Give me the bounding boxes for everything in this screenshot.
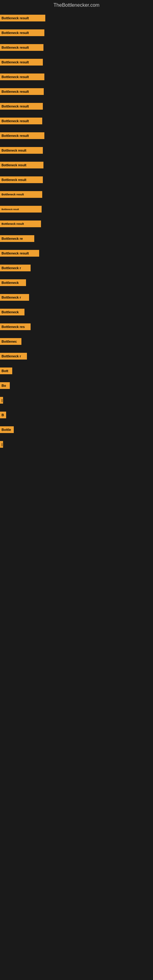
bottleneck-bar[interactable]: Bottleneck result — [0, 44, 43, 51]
bottleneck-bar[interactable]: Bottle — [0, 426, 14, 433]
bar-row: Bottleneck result — [0, 28, 153, 37]
bottleneck-bar[interactable]: | — [0, 441, 3, 448]
site-title: TheBottlenecker.com — [0, 0, 153, 10]
bottleneck-bar[interactable]: Bottleneck re — [0, 235, 34, 242]
bottleneck-bar[interactable]: Bottleneck r — [0, 265, 30, 271]
bar-row: Bottleneck re — [0, 234, 153, 243]
bars-container: Bottleneck resultBottleneck resultBottle… — [0, 10, 153, 458]
bar-row: Bottleneck result — [0, 249, 153, 258]
bottleneck-bar[interactable]: Bottleneck result — [0, 221, 41, 227]
bar-row: Bottleneck result — [0, 116, 153, 126]
bottleneck-bar[interactable]: Bottleneck r — [0, 294, 29, 301]
bar-row: Bottleneck result — [0, 87, 153, 96]
bottleneck-bar[interactable]: Bottlenec — [0, 338, 21, 345]
bar-row: Bottleneck result — [0, 219, 153, 229]
bar-row: Bottleneck — [0, 278, 153, 287]
bar-row: Bottleneck result — [0, 190, 153, 199]
bottleneck-bar[interactable]: Bottleneck result — [0, 118, 42, 124]
bottleneck-bar[interactable]: Bottleneck result — [0, 250, 39, 257]
bottleneck-bar[interactable]: Bottleneck result — [0, 103, 43, 110]
bar-row: Bottleneck result — [0, 72, 153, 81]
bottleneck-bar[interactable]: Bottleneck result — [0, 191, 42, 198]
bar-row: Bottleneck result — [0, 205, 153, 214]
bar-row: Bottleneck result — [0, 161, 153, 170]
bottleneck-bar[interactable]: Bottleneck result — [0, 59, 43, 65]
bar-row: Bottleneck res — [0, 322, 153, 331]
bar-row: Bottleneck result — [0, 146, 153, 155]
bottleneck-bar[interactable]: Bottleneck result — [0, 206, 41, 213]
bottleneck-bar[interactable]: Bottleneck — [0, 309, 24, 315]
bottleneck-bar[interactable]: | — [0, 397, 3, 404]
bar-row: Bottlenec — [0, 337, 153, 346]
bar-row: Bottleneck — [0, 307, 153, 317]
bar-row: B — [0, 410, 153, 420]
bar-row: Bottleneck r — [0, 263, 153, 272]
bottleneck-bar[interactable]: Bottleneck result — [0, 132, 45, 139]
bottleneck-bar[interactable]: Bottleneck result — [0, 147, 43, 154]
bottom-section — [0, 458, 153, 641]
bar-row: Bott — [0, 366, 153, 375]
bottleneck-bar[interactable]: Bottleneck r — [0, 353, 27, 360]
bar-row: Bottleneck result — [0, 13, 153, 23]
bottleneck-bar[interactable]: Bottleneck result — [0, 88, 44, 95]
bottleneck-bar[interactable]: Bottleneck result — [0, 29, 45, 36]
bottleneck-bar[interactable]: B — [0, 412, 6, 418]
bottleneck-bar[interactable]: Bo — [0, 382, 10, 389]
bar-row: Bottleneck result — [0, 102, 153, 111]
bar-row: Bottleneck result — [0, 57, 153, 67]
bar-row: | — [0, 440, 153, 449]
bar-row: Bottleneck r — [0, 293, 153, 302]
bottleneck-bar[interactable]: Bottleneck — [0, 279, 26, 286]
bar-row: Bottleneck result — [0, 175, 153, 185]
bar-row: Bo — [0, 381, 153, 390]
bottleneck-bar[interactable]: Bottleneck result — [0, 162, 43, 169]
bottleneck-bar[interactable]: Bottleneck result — [0, 177, 43, 183]
bar-row: Bottleneck result — [0, 131, 153, 140]
bar-row: Bottleneck r — [0, 352, 153, 361]
bottleneck-bar[interactable]: Bottleneck result — [0, 73, 45, 80]
bottleneck-bar[interactable]: Bott — [0, 368, 12, 374]
bar-row: Bottleneck result — [0, 43, 153, 52]
bottleneck-bar[interactable]: Bottleneck result — [0, 15, 45, 21]
bottleneck-bar[interactable]: Bottleneck res — [0, 323, 30, 330]
bar-row: | — [0, 396, 153, 405]
bar-row: Bottle — [0, 425, 153, 434]
